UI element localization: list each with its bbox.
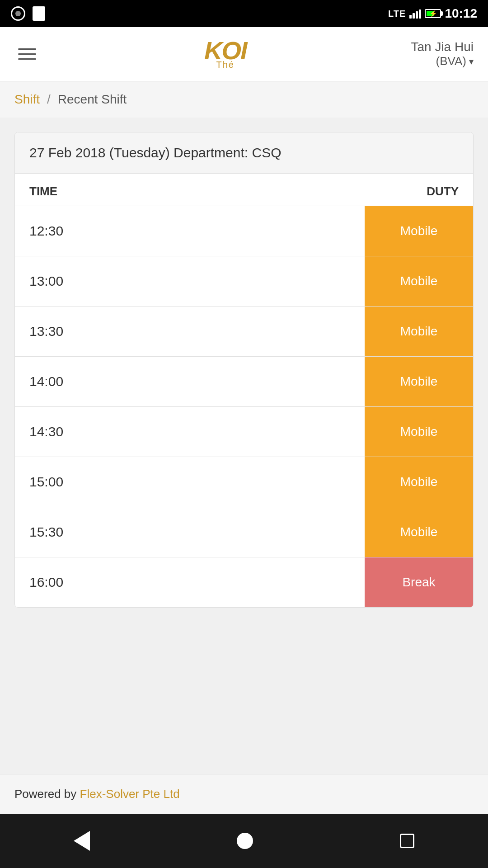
hamburger-button[interactable] — [14, 45, 40, 63]
dropdown-arrow-icon: ▾ — [469, 56, 474, 67]
nav-back-button[interactable] — [66, 824, 97, 858]
shift-time-3: 14:00 — [15, 365, 365, 398]
powered-by-text: Powered by Flex-Solver Pte Ltd — [14, 787, 180, 801]
shift-card-header: 27 Feb 2018 (Tuesday) Department: CSQ — [15, 132, 473, 174]
nav-bar — [0, 814, 488, 868]
nav-recents-button[interactable] — [393, 826, 422, 855]
shift-duty-5[interactable]: Mobile — [365, 457, 473, 507]
app-header: KOI Thé Tan Jia Hui (BVA) ▾ — [0, 27, 488, 81]
shift-time-1: 13:00 — [15, 264, 365, 298]
status-bar: LTE ⚡ 10:12 — [0, 0, 488, 27]
main-content: 27 Feb 2018 (Tuesday) Department: CSQ TI… — [0, 118, 488, 774]
shift-row: 13:30Mobile — [15, 306, 473, 356]
shift-row: 14:30Mobile — [15, 406, 473, 457]
shift-duty-7[interactable]: Break — [365, 557, 473, 607]
breadcrumb-separator: / — [47, 92, 51, 107]
shift-row: 12:30Mobile — [15, 206, 473, 256]
recents-icon — [400, 834, 414, 848]
shift-row: 16:00Break — [15, 557, 473, 607]
flex-solver-link[interactable]: Flex-Solver Pte Ltd — [80, 787, 180, 801]
status-right-info: LTE ⚡ 10:12 — [388, 6, 477, 21]
shift-card: 27 Feb 2018 (Tuesday) Department: CSQ TI… — [14, 132, 474, 608]
lte-badge: LTE — [388, 9, 406, 19]
shift-time-0: 12:30 — [15, 214, 365, 248]
shift-duty-0[interactable]: Mobile — [365, 206, 473, 256]
shift-row: 14:00Mobile — [15, 356, 473, 406]
shift-card-title: 27 Feb 2018 (Tuesday) Department: CSQ — [29, 145, 282, 160]
signal-bars — [409, 9, 421, 19]
nav-home-button[interactable] — [230, 826, 260, 856]
breadcrumb: Shift / Recent Shift — [0, 81, 488, 118]
battery-icon: ⚡ — [425, 9, 441, 18]
shift-duty-3[interactable]: Mobile — [365, 357, 473, 406]
shift-row: 15:00Mobile — [15, 457, 473, 507]
shift-time-4: 14:30 — [15, 415, 365, 448]
footer: Powered by Flex-Solver Pte Ltd — [0, 774, 488, 814]
shift-duty-1[interactable]: Mobile — [365, 256, 473, 306]
user-menu[interactable]: Tan Jia Hui (BVA) ▾ — [411, 40, 474, 68]
home-icon — [237, 833, 253, 849]
column-time-header: TIME — [29, 184, 244, 198]
hamburger-line-1 — [18, 48, 36, 50]
status-left-icons — [11, 6, 45, 21]
hamburger-line-2 — [18, 53, 36, 55]
shift-rows: 12:30Mobile13:00Mobile13:30Mobile14:00Mo… — [15, 206, 473, 607]
breadcrumb-shift-link[interactable]: Shift — [14, 92, 40, 107]
shift-duty-2[interactable]: Mobile — [365, 307, 473, 356]
column-duty-header: DUTY — [244, 184, 459, 198]
breadcrumb-current: Recent Shift — [58, 92, 127, 107]
user-role: (BVA) ▾ — [436, 54, 474, 68]
shift-duty-6[interactable]: Mobile — [365, 507, 473, 557]
shift-time-7: 16:00 — [15, 566, 365, 599]
logo-sub-text: Thé — [216, 60, 235, 70]
shift-row: 15:30Mobile — [15, 507, 473, 557]
shift-row: 13:00Mobile — [15, 256, 473, 306]
logo: KOI Thé — [204, 38, 247, 70]
shift-table-header: TIME DUTY — [15, 174, 473, 206]
shift-time-6: 15:30 — [15, 515, 365, 549]
shift-time-5: 15:00 — [15, 465, 365, 499]
user-name: Tan Jia Hui — [411, 40, 474, 54]
camera-icon — [11, 6, 25, 21]
hamburger-line-3 — [18, 58, 36, 60]
sd-card-icon — [33, 6, 45, 21]
status-time: 10:12 — [445, 6, 477, 21]
back-icon — [74, 831, 90, 851]
shift-time-2: 13:30 — [15, 315, 365, 348]
shift-duty-4[interactable]: Mobile — [365, 407, 473, 457]
